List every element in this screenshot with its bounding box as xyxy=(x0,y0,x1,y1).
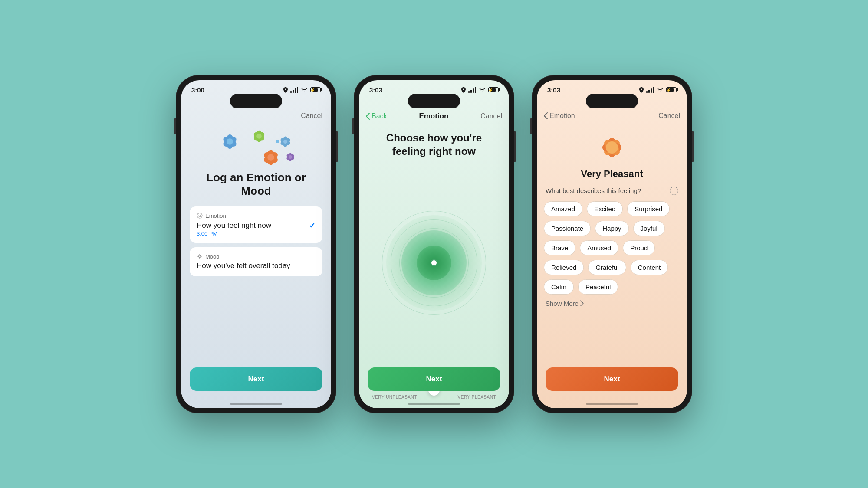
signal-bars-2 xyxy=(468,87,476,93)
tag-peaceful[interactable]: Peaceful xyxy=(578,279,618,295)
back-label-2: Back xyxy=(372,112,387,120)
info-icon[interactable]: i xyxy=(670,187,678,195)
status-time-1: 3:00 xyxy=(191,86,204,94)
phone1-screen: 3:00 ⚡ xyxy=(181,80,331,408)
tag-joyful[interactable]: Joyful xyxy=(633,221,665,236)
circle-visualization xyxy=(378,206,490,319)
wifi-icon-1 xyxy=(301,87,308,92)
phone2-next-button[interactable]: Next xyxy=(368,367,500,391)
mood-option-card[interactable]: Mood How you've felt overall today xyxy=(190,247,322,276)
emotion-type-label: Emotion xyxy=(205,213,226,219)
tag-surprised[interactable]: Surprised xyxy=(627,201,670,216)
svg-point-7 xyxy=(256,134,262,139)
tag-passionate[interactable]: Passionate xyxy=(544,221,591,236)
back-chevron-icon-2 xyxy=(366,113,370,120)
emotion-description: How you feel right now xyxy=(197,221,309,230)
phone2-nav: Back Emotion Cancel xyxy=(359,108,509,124)
slider-label-left: VERY UNPLEASANT xyxy=(372,395,417,400)
svg-point-19 xyxy=(289,155,292,159)
mood-type-icon xyxy=(197,253,203,259)
phone2-back-button[interactable]: Back xyxy=(366,112,387,120)
show-more-label: Show More xyxy=(546,300,579,307)
svg-point-21 xyxy=(198,215,199,216)
phone3-back-button[interactable]: Emotion xyxy=(544,112,575,120)
phone2-nav-title: Emotion xyxy=(419,112,448,121)
dynamic-island-3 xyxy=(586,94,638,108)
flower-orange-large xyxy=(595,130,629,165)
tag-calm[interactable]: Calm xyxy=(544,279,574,295)
flower-purple xyxy=(282,148,299,166)
svg-point-3 xyxy=(227,138,233,145)
emotion-time: 3:00 PM xyxy=(197,230,316,237)
status-time-2: 3:03 xyxy=(369,86,382,94)
svg-point-11 xyxy=(283,140,287,144)
flower-blue-left xyxy=(218,130,242,154)
emotion-type-icon xyxy=(197,213,203,219)
tag-amazed[interactable]: Amazed xyxy=(544,201,582,216)
phone-collection: 3:00 ⚡ xyxy=(176,75,692,413)
home-indicator-2 xyxy=(408,403,460,405)
phone1-header: Cancel xyxy=(181,108,331,123)
location-icon-1 xyxy=(283,87,288,93)
phone1-title: Log an Emotion or Mood xyxy=(181,171,331,206)
tag-proud[interactable]: Proud xyxy=(623,240,655,255)
back-chevron-icon-3 xyxy=(544,112,548,119)
phone2-title: Choose how you're feeling right now xyxy=(359,124,509,162)
mood-type-label: Mood xyxy=(205,253,220,260)
phone3-cancel[interactable]: Cancel xyxy=(658,112,680,120)
wifi-icon-2 xyxy=(479,87,486,92)
battery-icon-3: ⚡ xyxy=(666,87,677,92)
signal-bars-1 xyxy=(290,87,298,93)
tag-relieved[interactable]: Relieved xyxy=(544,260,584,275)
svg-point-15 xyxy=(267,154,274,160)
status-icons-2: ⚡ xyxy=(461,87,499,93)
show-more-button[interactable]: Show More xyxy=(537,295,687,312)
home-indicator-1 xyxy=(230,403,282,405)
svg-point-20 xyxy=(197,213,202,219)
status-icons-3: ⚡ xyxy=(639,87,677,93)
phone1-cancel[interactable]: Cancel xyxy=(301,112,322,120)
phone-2: 3:03 ⚡ xyxy=(354,75,514,413)
signal-bars-3 xyxy=(646,87,654,93)
phone3-screen: 3:03 ⚡ xyxy=(537,80,687,408)
tag-brave[interactable]: Brave xyxy=(544,240,575,255)
tag-happy[interactable]: Happy xyxy=(595,221,628,236)
emotion-circles-container xyxy=(359,162,509,364)
battery-icon-1: ⚡ xyxy=(310,87,321,92)
phone2-screen: 3:03 ⚡ xyxy=(359,80,509,408)
emotion-option-card[interactable]: Emotion How you feel right now ✓ 3:00 PM xyxy=(190,206,322,243)
status-time-3: 3:03 xyxy=(547,86,560,94)
phone3-nav: Emotion Cancel xyxy=(537,108,687,123)
home-indicator-3 xyxy=(586,403,638,405)
phone-3: 3:03 ⚡ xyxy=(532,75,692,413)
feeling-question-row: What best describes this feeling? i xyxy=(537,187,687,201)
feeling-question-text: What best describes this feeling? xyxy=(546,187,641,194)
tag-excited[interactable]: Excited xyxy=(587,201,623,216)
tag-grateful[interactable]: Grateful xyxy=(588,260,626,275)
tag-amused[interactable]: Amused xyxy=(580,240,618,255)
svg-point-32 xyxy=(606,141,618,154)
phone2-cancel[interactable]: Cancel xyxy=(480,112,502,120)
phone1-next-button[interactable]: Next xyxy=(190,367,322,391)
wifi-icon-3 xyxy=(657,87,664,92)
phone-1: 3:00 ⚡ xyxy=(176,75,336,413)
back-label-3: Emotion xyxy=(549,112,575,120)
emotion-checkmark: ✓ xyxy=(309,221,316,230)
tag-content[interactable]: Content xyxy=(631,260,668,275)
flower-orange xyxy=(258,145,283,170)
svg-point-22 xyxy=(200,215,201,216)
show-more-chevron-icon xyxy=(580,300,584,306)
emotion-tags-container: Amazed Excited Surprised Passionate Happ… xyxy=(537,201,687,295)
dynamic-island-2 xyxy=(408,94,460,108)
emotion-slider-container: VERY UNPLEASANT VERY PLEASANT xyxy=(359,389,509,408)
dynamic-island-1 xyxy=(230,94,282,108)
phone3-next-button[interactable]: Next xyxy=(546,367,678,391)
phone3-flower xyxy=(537,123,687,168)
battery-icon-2: ⚡ xyxy=(488,87,499,92)
status-icons-1: ⚡ xyxy=(283,87,321,93)
mood-description: How you've felt overall today xyxy=(197,262,316,270)
location-icon-3 xyxy=(639,87,644,93)
pleasant-label: Very Pleasant xyxy=(537,168,687,187)
svg-point-23 xyxy=(199,255,201,258)
flower-green xyxy=(248,125,270,147)
